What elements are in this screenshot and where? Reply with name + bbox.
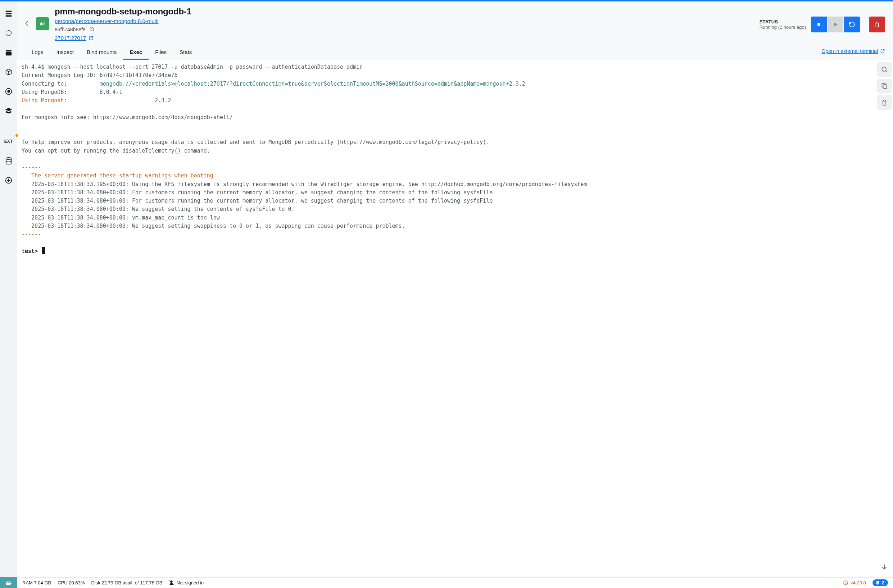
svg-point-0 <box>6 31 11 36</box>
terminal-copy-button[interactable] <box>877 79 891 93</box>
restart-button[interactable] <box>844 17 860 32</box>
svg-rect-7 <box>42 23 43 26</box>
status-value: Running (2 hours ago) <box>759 24 806 30</box>
sidebar: EXT <box>0 2 17 588</box>
status-label: STATUS <box>759 19 806 24</box>
port-mapping-text: 27017:27017 <box>55 35 86 41</box>
tabs-row: Logs Inspect Bind mounts Exec Files Stat… <box>17 45 893 60</box>
svg-rect-8 <box>44 22 44 25</box>
image-link[interactable]: percona/percona-server-mongodb:8.0-multi <box>55 18 158 24</box>
container-type-icon <box>36 17 49 30</box>
back-button[interactable] <box>24 20 30 28</box>
delete-button[interactable] <box>869 17 885 32</box>
svg-point-2 <box>8 90 10 92</box>
svg-rect-12 <box>883 85 887 89</box>
svg-point-11 <box>882 67 886 71</box>
control-button-group <box>811 17 860 32</box>
tab-bind-mounts[interactable]: Bind mounts <box>80 45 123 60</box>
sidebar-add-icon[interactable] <box>3 174 14 186</box>
stop-button[interactable] <box>811 17 827 32</box>
svg-rect-5 <box>40 23 41 26</box>
sidebar-images-icon[interactable] <box>3 27 14 39</box>
external-link-icon <box>880 48 885 54</box>
notification-dot-icon <box>15 134 18 137</box>
sidebar-volumes-icon[interactable] <box>3 47 14 58</box>
terminal-output[interactable]: sh-4.4$ mongosh --host localhost --port … <box>17 60 876 577</box>
footer-signin[interactable]: Not signed in <box>169 580 204 585</box>
terminal-area: sh-4.4$ mongosh --host localhost --port … <box>17 60 893 577</box>
sidebar-ext-label: EXT <box>5 139 13 144</box>
terminal-search-button[interactable] <box>877 62 891 77</box>
main-panel: pmm-mongodb-setup-mongodb-1 percona/perc… <box>17 2 893 588</box>
external-link-icon <box>89 36 93 41</box>
container-id: 86fb748b8efe <box>55 27 86 32</box>
sidebar-dev-icon[interactable] <box>3 86 14 97</box>
footer-cpu[interactable]: CPU 20.63% <box>57 580 84 585</box>
sidebar-docker-icon[interactable] <box>0 577 17 588</box>
sidebar-learn-icon[interactable] <box>3 105 14 117</box>
svg-point-3 <box>6 158 11 160</box>
svg-rect-10 <box>818 23 820 26</box>
tab-files[interactable]: Files <box>149 45 173 60</box>
scroll-to-bottom-button[interactable] <box>877 560 891 574</box>
tab-logs[interactable]: Logs <box>25 45 50 60</box>
footer-version[interactable]: v4.23.0 <box>843 580 866 585</box>
open-external-terminal-link[interactable]: Open in external terminal <box>822 48 885 56</box>
tab-exec[interactable]: Exec <box>123 45 149 60</box>
sidebar-containers-icon[interactable] <box>3 8 14 20</box>
header: pmm-mongodb-setup-mongodb-1 percona/perc… <box>17 2 893 45</box>
tab-inspect[interactable]: Inspect <box>50 45 80 60</box>
signin-off-icon <box>169 580 174 585</box>
info-icon <box>843 580 848 585</box>
sidebar-divider <box>3 126 14 126</box>
footer-notifications[interactable]: 2 <box>872 579 888 586</box>
open-external-terminal-text: Open in external terminal <box>822 48 878 54</box>
sidebar-extensions[interactable]: EXT <box>3 136 14 147</box>
copy-id-button[interactable] <box>89 26 95 33</box>
terminal-toolbar <box>876 60 893 577</box>
container-title: pmm-mongodb-setup-mongodb-1 <box>55 6 754 17</box>
sidebar-database-icon[interactable] <box>3 155 14 167</box>
svg-rect-6 <box>41 22 42 25</box>
port-mapping-link[interactable]: 27017:27017 <box>55 35 93 41</box>
tab-stats[interactable]: Stats <box>173 45 198 60</box>
bell-icon <box>875 580 880 585</box>
start-button <box>827 17 843 32</box>
terminal-clear-button[interactable] <box>877 95 891 110</box>
footer: RAM 7.04 GB CPU 20.63% Disk 22.79 GB ava… <box>17 577 893 588</box>
sidebar-builds-icon[interactable] <box>3 66 14 78</box>
svg-rect-9 <box>91 28 94 31</box>
footer-disk[interactable]: Disk 22.79 GB avail. of 117.78 GB <box>91 580 162 585</box>
footer-ram[interactable]: RAM 7.04 GB <box>22 580 51 585</box>
